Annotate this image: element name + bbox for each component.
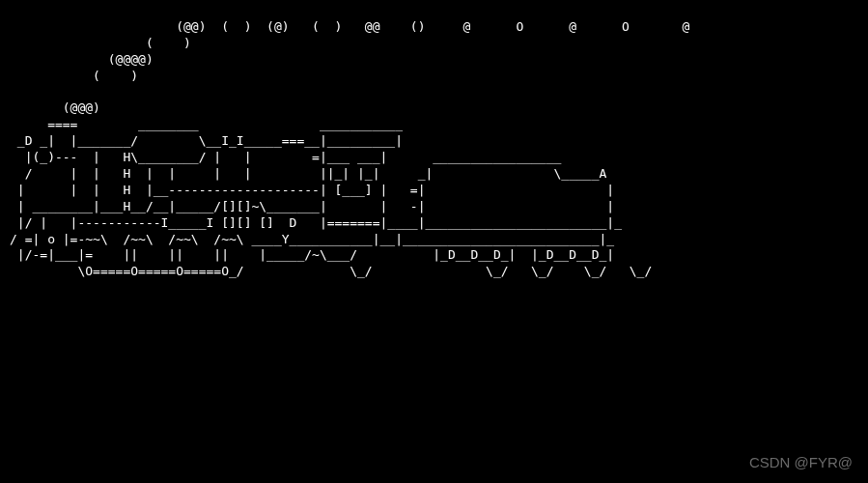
watermark-text: CSDN @FYR@ (749, 453, 853, 472)
terminal-output: (@@) ( ) (@) ( ) @@ () @ O @ O @ ( ) (@@… (0, 0, 868, 299)
